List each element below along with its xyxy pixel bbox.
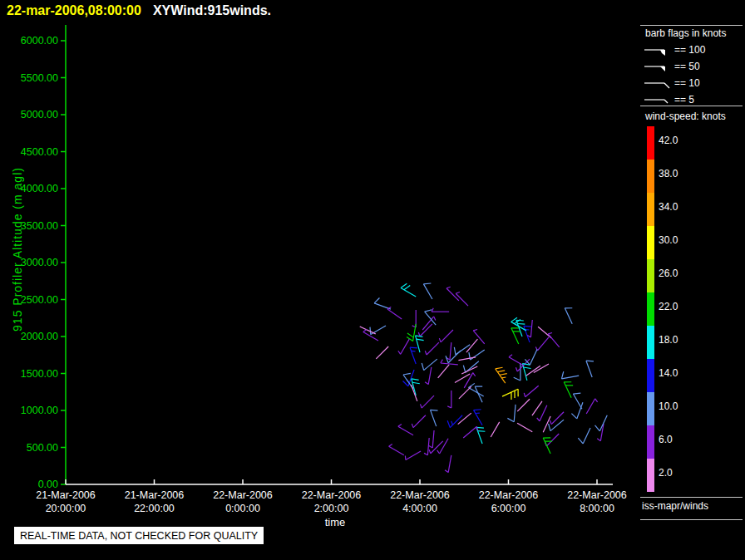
wind-barb xyxy=(425,342,439,355)
wind-barb xyxy=(537,405,547,421)
y-tick-label: 3500.00 xyxy=(21,220,58,232)
quality-banner: REAL-TIME DATA, NOT CHECKED FOR QUALITY xyxy=(14,527,264,544)
wind-barb xyxy=(543,416,550,432)
wind-barb xyxy=(543,438,552,454)
wind-barb xyxy=(405,451,421,460)
color-scale-entry: 14.0 xyxy=(647,359,743,392)
x-tick-time: 6:00:00 xyxy=(491,503,526,514)
wind-barb xyxy=(526,366,540,376)
x-axis-label: time xyxy=(274,516,396,528)
y-axis-label: 915 Profiler Altitude (m agl) xyxy=(11,167,24,332)
barb-flag-label: == 10 xyxy=(674,77,700,89)
x-tick-date: 22-Mar-2006 xyxy=(213,489,273,501)
y-tick-label: 0.00 xyxy=(38,479,58,490)
color-scale-entry: 18.0 xyxy=(647,326,743,359)
legend-panel: barb flags in knots == 100== 50== 10== 5… xyxy=(640,0,745,560)
wind-barb xyxy=(571,402,583,419)
color-scale-entry: 38.0 xyxy=(647,160,743,193)
color-scale-value: 26.0 xyxy=(659,268,678,279)
wind-barb xyxy=(496,367,507,383)
wind-barb xyxy=(545,434,560,446)
plot-canvas[interactable]: 6000.005500.005000.004500.004000.003500.… xyxy=(0,0,745,560)
wind-barb xyxy=(458,357,476,361)
wind-barb xyxy=(524,386,538,396)
color-swatch xyxy=(647,193,654,226)
color-scale-value: 6.0 xyxy=(659,434,673,445)
wind-barb xyxy=(502,389,518,400)
wind-barb xyxy=(458,413,471,424)
wind-barb xyxy=(507,405,516,422)
x-tick-date: 22-Mar-2006 xyxy=(390,489,450,501)
wind-barb xyxy=(548,332,559,346)
wind-barb xyxy=(474,410,483,425)
wind-barb xyxy=(454,345,470,355)
wind-barb xyxy=(586,399,597,414)
wind-barb xyxy=(429,430,434,448)
x-axis: 21-Mar-200620:00:0021-Mar-200622:00:0022… xyxy=(36,479,627,514)
y-tick-label: 1500.00 xyxy=(21,368,58,380)
color-scale-title: wind-speed: knots xyxy=(645,111,726,122)
wind-barb xyxy=(517,399,530,411)
wind-barb xyxy=(437,439,448,454)
wind-barbs-layer xyxy=(360,283,608,473)
x-tick-time: 22:00:00 xyxy=(134,503,175,514)
wind-barb xyxy=(416,336,424,352)
wind-barb xyxy=(389,444,404,454)
y-tick-label: 6000.00 xyxy=(21,35,58,47)
color-swatch xyxy=(647,326,654,359)
color-scale-entry: 42.0 xyxy=(647,126,743,160)
color-swatch xyxy=(647,459,654,492)
color-scale-entry: 26.0 xyxy=(647,259,743,292)
x-tick-date: 22-Mar-2006 xyxy=(302,489,362,501)
wind-barb xyxy=(524,326,531,342)
color-scale-value: 34.0 xyxy=(659,201,678,213)
wind-barb xyxy=(445,455,451,473)
y-tick-label: 4500.00 xyxy=(21,146,58,158)
wind-barb xyxy=(420,395,434,408)
wind-barb xyxy=(527,320,532,337)
wind-barb xyxy=(565,308,572,324)
color-scale-entry: 6.0 xyxy=(647,425,743,459)
y-tick-label: 1000.00 xyxy=(21,405,58,416)
separator-line xyxy=(640,519,743,520)
barb-flag-icon xyxy=(644,60,672,73)
wind-barb xyxy=(447,391,451,408)
barb-flag-label: == 50 xyxy=(674,61,700,72)
barb-legend-row: == 50 xyxy=(644,58,705,75)
color-scale-value: 42.0 xyxy=(659,135,678,146)
separator-line xyxy=(640,497,743,498)
color-scale-value: 22.0 xyxy=(659,301,678,312)
x-tick-time: 2:00:00 xyxy=(314,503,349,514)
wind-barb xyxy=(423,283,432,299)
wind-barb xyxy=(398,424,413,435)
wind-barb xyxy=(447,415,462,428)
wind-barb xyxy=(410,347,417,364)
wind-barb xyxy=(578,428,590,444)
x-tick-date: 22-Mar-2006 xyxy=(567,489,627,501)
wind-barb xyxy=(561,371,579,379)
wind-barb xyxy=(439,330,453,342)
wind-barb xyxy=(412,385,417,401)
color-swatch xyxy=(647,292,654,326)
wind-barb xyxy=(564,382,573,398)
wind-barb xyxy=(425,367,432,385)
y-tick-label: 5000.00 xyxy=(21,109,58,120)
color-swatch xyxy=(647,126,654,160)
wind-barb xyxy=(431,410,438,426)
y-tick-label: 3000.00 xyxy=(21,257,58,268)
wind-barb xyxy=(517,423,532,432)
wind-barb xyxy=(586,361,594,377)
wind-barb xyxy=(550,412,564,425)
color-swatch xyxy=(647,259,654,292)
x-tick-date: 21-Mar-2006 xyxy=(36,489,96,501)
wind-barb xyxy=(573,393,582,409)
wind-barb xyxy=(595,415,608,431)
color-swatch xyxy=(647,359,654,392)
wind-barb xyxy=(447,287,459,301)
color-swatch xyxy=(647,160,654,193)
wind-barb xyxy=(422,359,437,370)
wind-barb xyxy=(459,386,471,399)
barb-flag-label: == 5 xyxy=(674,94,694,106)
color-swatch xyxy=(647,425,654,459)
wind-barb xyxy=(432,308,449,312)
